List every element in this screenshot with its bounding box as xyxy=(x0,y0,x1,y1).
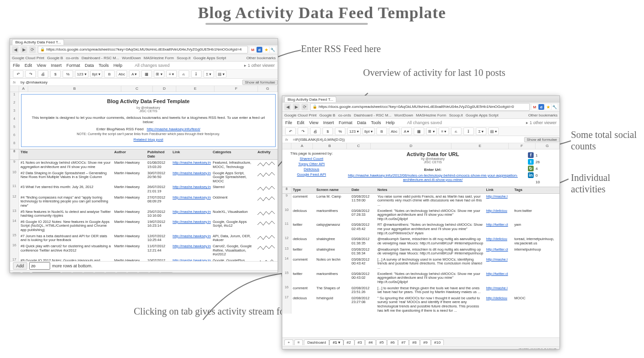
other-bookmarks[interactable]: Other bookmarks xyxy=(528,113,558,117)
cell-date[interactable]: 03/08/2012 07:28:33 xyxy=(350,208,376,222)
cell-categories[interactable]: Oddment xyxy=(211,195,256,209)
tab-add[interactable]: + xyxy=(12,272,21,273)
cell-type[interactable]: twitter xyxy=(291,271,315,285)
star-icon[interactable]: ★ xyxy=(545,104,551,110)
cell-date[interactable]: 03/08/2012 01:36:35 xyxy=(350,236,376,246)
cell-author[interactable]: Martin Hawksey xyxy=(113,258,146,261)
activity-link[interactable]: http://twitter.cl xyxy=(486,272,508,276)
column-header[interactable]: C xyxy=(121,86,153,92)
bookmark-item[interactable]: Google Cloud Print xyxy=(12,56,44,60)
cell-notes[interactable]: [...] A survey of technology used in som… xyxy=(376,257,485,271)
toolbar-button[interactable]: Σ ▾ xyxy=(476,127,486,135)
row-number[interactable]: 8 xyxy=(10,141,19,149)
cell-link[interactable]: http://mashe.hawksey.in xyxy=(171,209,211,219)
toolbar-button[interactable]: 🖨 xyxy=(38,70,48,78)
toolbar-button[interactable]: ≡ ▾ xyxy=(166,70,177,78)
cell-title[interactable]: #7 Jorum has a beta dashboard and API fo… xyxy=(19,233,113,243)
menu-data[interactable]: Data xyxy=(85,63,94,68)
activity-link[interactable]: http://deliciou xyxy=(486,237,507,241)
sheet-tab[interactable]: #8 xyxy=(409,339,420,345)
toolbar-button[interactable]: A ▾ xyxy=(129,70,140,78)
cell-screen-name[interactable]: marksmithers xyxy=(315,271,350,285)
menu-tools[interactable]: Tools xyxy=(98,63,108,68)
tab-menu[interactable]: ≡ xyxy=(294,339,303,345)
row-number[interactable]: 6 xyxy=(10,133,19,141)
cell-categories[interactable]: NodeXL, Visualisation xyxy=(211,209,256,219)
cell-link[interactable]: http://mashe.hawksey.in xyxy=(171,258,211,261)
cell-date[interactable]: 25/07/2012 10:16:00 xyxy=(146,209,171,219)
row-number[interactable]: 16 xyxy=(282,285,291,295)
url-bar[interactable]: 🔒 https://docs.google.com/spreadsheet/cc… xyxy=(38,46,248,53)
column-header[interactable]: D xyxy=(153,86,176,92)
cell-categories[interactable]: Featured, Infrastructure, MOOC, Technolo… xyxy=(211,160,256,170)
sheet-tab[interactable]: #9 xyxy=(149,272,160,274)
toolbar-button[interactable]: $ xyxy=(322,127,333,135)
cell-date[interactable]: 30/07/2012 20:56:50 xyxy=(146,170,171,185)
cell-link[interactable]: http://mashe.hawksey.in xyxy=(171,233,211,243)
sheet-tab[interactable]: #7 xyxy=(398,339,409,345)
toolbar-button[interactable]: 123 ▾ xyxy=(347,127,361,135)
menu-format[interactable]: Format xyxy=(66,63,80,68)
toolbar-button[interactable]: ↶ xyxy=(285,127,296,135)
cell-tags[interactable]: toread, internetpuinhoop, via:packrati.u… xyxy=(513,236,560,246)
toolbar-button[interactable]: 123 ▾ xyxy=(75,70,88,78)
bookmark-item[interactable]: Scoop.it xyxy=(449,113,463,117)
cell-date[interactable]: 01/08/2012 15:03:20 xyxy=(146,160,171,170)
row-number[interactable]: 4 xyxy=(10,116,19,125)
cell-tags[interactable] xyxy=(513,257,560,271)
cell-link[interactable]: http://mashe.l xyxy=(485,257,513,271)
toolbar-button[interactable]: ▤ ▾ xyxy=(488,127,499,135)
menu-view[interactable]: View xyxy=(309,120,318,125)
bookmark-item[interactable]: Google Cloud Print xyxy=(284,113,317,117)
cell-screen-name[interactable]: hrheingold xyxy=(315,295,350,314)
post-link[interactable]: http://mashe.hawksey.in xyxy=(172,195,211,200)
add-rows-button[interactable]: Add xyxy=(13,262,27,270)
cell-title[interactable]: #5 New features in NodeXL to detect and … xyxy=(19,209,113,219)
cell-categories[interactable]: Google, GooglePlus, Widget, #io12 xyxy=(211,258,256,261)
bookmark-item[interactable]: Google B xyxy=(47,56,63,60)
row-number[interactable]: 11 xyxy=(282,222,291,236)
cell-link[interactable]: http://mashe.hawksey.in xyxy=(171,184,211,194)
cell-notes[interactable]: Excellent: "Notes on technology behind c… xyxy=(376,208,485,222)
cell-date[interactable]: 12/07/2012 10:25:44 xyxy=(146,233,171,243)
cell-author[interactable]: Martin Hawksey xyxy=(113,160,146,170)
bookmark-item[interactable]: Google Apps Script xyxy=(466,113,498,117)
toolbar-button[interactable]: ▦ xyxy=(414,127,424,135)
cell-author[interactable]: Martin Hawksey xyxy=(113,243,146,258)
reload-button[interactable]: ⟳ xyxy=(29,46,36,53)
cell-title[interactable]: #8 Quick play with carrot2 for clusterin… xyxy=(19,243,113,258)
column-header[interactable]: B xyxy=(313,143,346,149)
bookmark-item[interactable]: WordDown xyxy=(122,56,140,60)
cell-notes[interactable]: @realloomph Sanne, misschien is dit nog … xyxy=(376,236,485,246)
activity-link[interactable]: http://mashe.l xyxy=(486,257,508,262)
row-number[interactable]: 3 xyxy=(10,108,19,116)
cell-date[interactable]: 27/07/2012 08:09:29 xyxy=(146,195,171,209)
delicious-icon[interactable]: d xyxy=(538,104,544,110)
row-number[interactable]: 15 xyxy=(282,271,291,285)
cell-date[interactable]: 02/08/2012 23:51:26 xyxy=(350,285,376,295)
cell-link[interactable]: http://twitter.cl xyxy=(485,222,513,236)
cell-title[interactable]: #6 Google IO 2012 Notes: New features in… xyxy=(19,219,113,233)
powered-link[interactable]: Delicious xyxy=(285,167,338,171)
toolbar-button[interactable]: B xyxy=(104,70,115,78)
toolbar-button[interactable]: % xyxy=(335,127,345,135)
column-header[interactable]: G xyxy=(536,143,559,149)
back-button[interactable]: ◀ xyxy=(12,46,19,53)
cell-link[interactable]: http://mashe.hawksey.in xyxy=(171,243,211,258)
toolbar-button[interactable]: 8pt ▾ xyxy=(363,127,375,135)
cell-type[interactable]: delicious xyxy=(291,295,315,314)
cell-tags[interactable] xyxy=(513,285,560,295)
cell-categories[interactable]: API, Data, Jorum, OER, #ukoer xyxy=(211,233,256,243)
row-number[interactable]: 9 xyxy=(282,194,291,208)
browser-tab[interactable]: Blog Activity Data Feed T... xyxy=(12,39,64,45)
menu-file[interactable]: File xyxy=(285,120,292,125)
wrench-icon[interactable]: 🔧 xyxy=(270,47,276,53)
row-number[interactable]: 16 xyxy=(10,243,19,258)
row-number[interactable]: 10 xyxy=(282,208,291,222)
bookmark-item[interactable]: MASHezine Form xyxy=(144,56,174,60)
cell-date[interactable]: 03/08/2012 02:45:42 xyxy=(350,222,376,236)
cell-notes[interactable]: @realloomph Sanne, misschien is dit nog … xyxy=(376,247,485,257)
sheet-tab[interactable]: #6 xyxy=(116,272,127,274)
cell-type[interactable]: delicious xyxy=(291,236,315,246)
forward-button[interactable]: ▶ xyxy=(293,104,300,110)
